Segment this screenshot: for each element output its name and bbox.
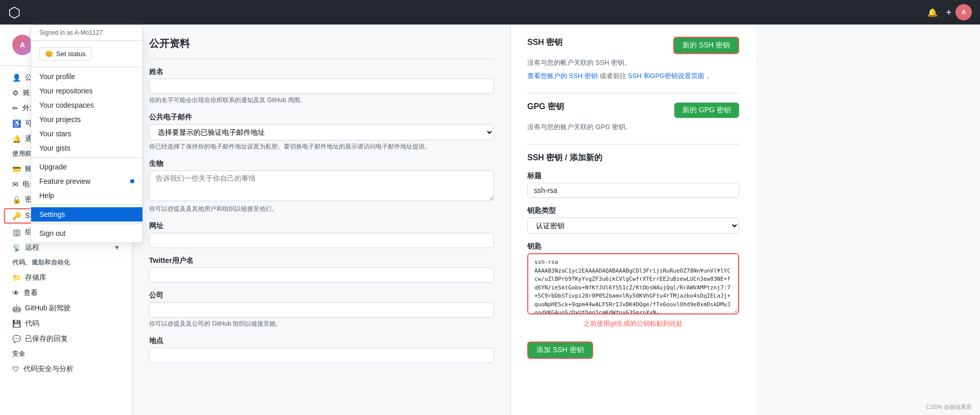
key-icon: 🔑 <box>12 212 21 220</box>
nav-item-repositories[interactable]: 📁 存储库 <box>0 270 132 285</box>
settings-section: Settings <box>31 205 142 224</box>
bell-icon[interactable]: 🔔 <box>927 8 938 17</box>
accessibility-icon: ♿ <box>12 119 21 128</box>
ssh-settings-link[interactable]: SSH 和GPG密钥设置页面 <box>628 72 704 80</box>
key-title-input[interactable] <box>527 183 739 198</box>
remote-icon: 📡 <box>12 243 21 252</box>
email-select[interactable]: 选择要显示的已验证电子邮件地址 <box>149 124 494 140</box>
nav-section-title-security: 安全 <box>0 347 132 361</box>
key-type-label: 钥匙类型 <box>527 206 739 215</box>
company-group: 公司 你可以@提及及公司的 GitHub 组织以链接至她。 <box>149 291 494 328</box>
key-title-label: 标题 <box>527 172 739 181</box>
dropdown-item-help[interactable]: Help <box>31 188 142 203</box>
personal-nav-section: Your profile Your repositories Your code… <box>31 67 142 158</box>
nav-label-remote: 远程 <box>25 243 39 252</box>
key-value-textarea[interactable]: ssh-rsa AAAAB3NzaC1yc2EAAAADAQABAAABgCDl… <box>527 253 739 314</box>
gear-icon: ⚙ <box>12 89 19 97</box>
ssh-hint-link[interactable]: 查看您账户的 SSH 密钥 <box>527 72 598 80</box>
plus-icon[interactable]: + <box>946 7 951 18</box>
topnav: ⬡ 🔔 + A <box>0 0 980 25</box>
set-status-button[interactable]: 😊 Set status <box>39 47 91 61</box>
signed-in-label: Signed in as A-Mo1127 <box>31 25 142 41</box>
ssh-section: SSH 密钥 新的 SSH 密钥 没有与您的帐户关联的 SSH 密钥。 查看您账… <box>527 37 739 81</box>
bell-icon: 🔔 <box>12 135 21 143</box>
nav-item-watching[interactable]: 👁 查看 <box>0 285 132 301</box>
add-ssh-title: SSH 密钥 / 添加新的 <box>527 153 739 163</box>
ssh-title: SSH 密钥 <box>527 37 562 48</box>
dropdown-item-settings[interactable]: Settings <box>31 207 142 222</box>
nav-item-saved-replies[interactable]: 💬 已保存的回复 <box>0 331 132 347</box>
main-content: 公开资料 姓名 你的名字可能会出现在你所联系的通知及其 GitHub 周围。 公… <box>133 25 980 415</box>
your-projects-label: Your projects <box>39 115 81 124</box>
key-type-select[interactable]: 认证密钥 <box>527 217 739 234</box>
gpg-empty-text: 没有与您的账户关联的 GPG 密钥。 <box>527 123 739 132</box>
feature-preview-dot <box>130 179 134 183</box>
company-hint: 你可以@提及及公司的 GitHub 组织以链接至她。 <box>149 320 494 328</box>
company-input[interactable] <box>149 302 494 318</box>
billing-icon: 💳 <box>12 165 21 173</box>
page-wrapper: A A-Mo1127 你的个人账户 👤 公开资料 ⚙ 账户 ✏ 外观 ♿ <box>0 25 980 415</box>
email-hint: 你已经选择了保持你的电子邮件地址设置为私密。要切换电子邮件地址的展示请访问电子邮… <box>149 142 494 151</box>
dropdown-item-your-codespaces[interactable]: Your codespaces <box>31 98 142 112</box>
new-gpg-key-button[interactable]: 新的 GPG 密钥 <box>674 103 739 118</box>
bio-group: 生物 你可以@提及及其他用户和组织以链接至他们。 <box>149 159 494 213</box>
nav-label-code: 代码 <box>25 319 39 328</box>
arrow-icon: ▼ <box>114 244 120 251</box>
url-input[interactable] <box>149 233 494 248</box>
misc-nav-section: Upgrade Feature preview Help <box>31 158 142 205</box>
shield-icon: 🛡 <box>12 365 19 373</box>
dropdown-item-upgrade[interactable]: Upgrade <box>31 160 142 174</box>
url-group: 网址 <box>149 222 494 248</box>
key-value-group: 钥匙 ssh-rsa AAAAB3NzaC1yc2EAAAADAQABAAABg… <box>527 242 739 328</box>
location-group: 地点 <box>149 336 494 363</box>
key-type-group: 钥匙类型 认证密钥 <box>527 206 739 234</box>
dropdown-item-feature-preview[interactable]: Feature preview <box>31 174 142 188</box>
ssh-gpg-panel: SSH 密钥 新的 SSH 密钥 没有与您的帐户关联的 SSH 密钥。 查看您账… <box>510 25 755 415</box>
name-hint: 你的名字可能会出现在你所联系的通知及其 GitHub 周围。 <box>149 96 494 105</box>
dropdown-item-your-projects[interactable]: Your projects <box>31 112 142 127</box>
nav-label-copilot: GitHub 副驾驶 <box>25 304 70 313</box>
location-input[interactable] <box>149 348 494 363</box>
pencil-icon: ✏ <box>12 104 18 112</box>
avatar[interactable]: A <box>955 4 972 20</box>
user-icon: 👤 <box>12 74 21 82</box>
dropdown-item-your-gists[interactable]: Your gists <box>31 141 142 155</box>
dropdown-item-your-profile[interactable]: Your profile <box>31 69 142 84</box>
bio-textarea[interactable] <box>149 170 494 201</box>
name-input[interactable] <box>149 79 494 94</box>
help-label: Help <box>39 191 54 200</box>
nav-label-repositories: 存储库 <box>25 273 46 282</box>
settings-form: 公开资料 姓名 你的名字可能会出现在你所联系的通知及其 GitHub 周围。 公… <box>133 25 510 415</box>
your-repositories-label: Your repositories <box>39 87 93 95</box>
email-label: 公共电子邮件 <box>149 113 494 122</box>
watch-icon: 👁 <box>12 289 19 297</box>
dropdown-item-signout[interactable]: Sign out <box>31 226 142 240</box>
gpg-title: GPG 密钥 <box>527 102 564 112</box>
dropdown-item-your-stars[interactable]: Your stars <box>31 127 142 141</box>
set-status-section: 😊 Set status <box>31 41 142 67</box>
paste-hint-text: 之前使用git生成的公钥粘贴到此处 <box>527 319 739 328</box>
replies-icon: 💬 <box>12 335 21 343</box>
nav-item-security[interactable]: 🛡 代码安全与分析 <box>0 361 132 377</box>
url-label: 网址 <box>149 222 494 231</box>
github-logo-icon: ⬡ <box>8 4 20 21</box>
set-status-label: Set status <box>56 50 86 58</box>
add-ssh-section: SSH 密钥 / 添加新的 标题 钥匙类型 认证密钥 钥匙 ssh-rsa AA… <box>527 144 739 367</box>
email-icon: ✉ <box>12 180 18 188</box>
gpg-section: GPG 密钥 新的 GPG 密钥 没有与您的账户关联的 GPG 密钥。 <box>527 93 739 132</box>
nav-item-code[interactable]: 💾 代码 <box>0 316 132 331</box>
add-ssh-button[interactable]: 添加 SSH 密钥 <box>527 341 593 359</box>
twitter-input[interactable] <box>149 267 494 283</box>
profile-avatar: A <box>12 35 33 55</box>
dropdown-item-your-repositories[interactable]: Your repositories <box>31 84 142 98</box>
bio-label: 生物 <box>149 159 494 168</box>
emoji-icon: 😊 <box>45 50 53 58</box>
nav-item-copilot[interactable]: 🤖 GitHub 副驾驶 <box>0 301 132 316</box>
watermark: CSDN @掘钱重置 <box>926 403 972 411</box>
user-dropdown: Signed in as A-Mo1127 😊 Set status Your … <box>31 25 143 243</box>
ssh-empty-text: 没有与您的帐户关联的 SSH 密钥。 <box>527 58 739 67</box>
signout-section: Sign out <box>31 224 142 242</box>
new-ssh-key-button[interactable]: 新的 SSH 密钥 <box>673 37 739 54</box>
bio-hint: 你可以@提及及其他用户和组织以链接至他们。 <box>149 205 494 213</box>
key-value-label: 钥匙 <box>527 242 739 251</box>
